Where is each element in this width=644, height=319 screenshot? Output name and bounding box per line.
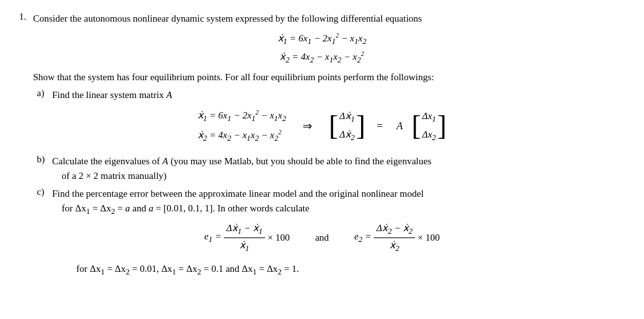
implies-arrow: ⇒ (303, 119, 312, 133)
e2-numerator: Δẋ2 − ẋ2 (374, 222, 415, 238)
lhs-matrix: [ Δẋ1 Δẋ2 ] (329, 109, 365, 145)
rhs-bracket-left: [ (411, 112, 421, 140)
rhs-row2: Δx2 (422, 127, 436, 144)
e1-numerator: Δẋ1 − ẋ1 (224, 222, 265, 238)
main-equations: ẋ1 = 6x1 − 2x12 − x1x2 ẋ2 = 4x2 − x1x2 −… (19, 30, 625, 67)
lin-eq1: ẋ1 = 6x1 − 2x12 − x1x2 (198, 106, 287, 127)
e2-fraction: Δẋ2 − ẋ2 ẋ2 (374, 222, 415, 253)
show-text: Show that the system has four equilibriu… (33, 70, 625, 85)
lhs-bracket-left: [ (329, 112, 338, 140)
part-a: a) Find the linear system matrix A (37, 88, 625, 103)
part-b: b) Calculate the eigenvalues of A (you m… (37, 154, 625, 183)
rhs-bracket-right: ] (437, 112, 447, 140)
matrix-A-label: A (397, 120, 403, 132)
e1-times: × 100 (268, 232, 290, 243)
part-b-label: b) (37, 154, 52, 165)
linearization-block: ẋ1 = 6x1 − 2x12 − x1x2 ẋ2 = 4x2 − x1x2 −… (19, 106, 625, 147)
problem-number: 1. (19, 11, 33, 22)
part-c-label: c) (37, 187, 52, 197)
part-c: c) Find the percentage error between the… (37, 187, 625, 217)
e1-label: e1 = (204, 231, 221, 245)
e2-formula: e2 = Δẋ2 − ẋ2 ẋ2 × 100 (354, 222, 439, 253)
linearization-equations: ẋ1 = 6x1 − 2x12 − x1x2 ẋ2 = 4x2 − x1x2 −… (198, 106, 287, 147)
part-c-text: Find the percentage error between the ap… (52, 187, 625, 217)
problem-container: 1. Consider the autonomous nonlinear dyn… (19, 11, 625, 278)
lin-eq2: ẋ2 = 4x2 − x1x2 − x22 (198, 126, 282, 146)
part-a-label: a) (37, 88, 52, 99)
equals: = (377, 120, 383, 132)
lhs-matrix-content: Δẋ1 Δẋ2 (339, 109, 355, 145)
main-eq2: ẋ2 = 4x2 − x1x2 − x22 (19, 48, 625, 67)
rhs-row1: Δx1 (422, 109, 436, 125)
rhs-matrix-content: Δx1 Δx2 (422, 109, 436, 145)
e1-fraction: Δẋ1 − ẋ1 ẋ1 (224, 222, 265, 253)
rhs-matrix: [ Δx1 Δx2 ] (411, 109, 446, 145)
lhs-bracket-right: ] (356, 112, 366, 140)
problem-intro: Consider the autonomous nonlinear dynami… (33, 11, 625, 26)
part-a-text: Find the linear system matrix A (52, 88, 625, 103)
and-separator: and (315, 232, 329, 243)
e1-denominator: ẋ1 (237, 238, 252, 253)
e1-formula: e1 = Δẋ1 − ẋ1 ẋ1 × 100 (204, 222, 289, 253)
part-b-text: Calculate the eigenvalues of A (you may … (52, 154, 625, 183)
e2-denominator: ẋ2 (387, 238, 402, 253)
e2-times: × 100 (418, 232, 440, 243)
last-line: for Δx1 = Δx2 = 0.01, Δx1 = Δx2 = 0.1 an… (76, 261, 625, 278)
e2-label: e2 = (354, 231, 371, 245)
main-eq1: ẋ1 = 6x1 − 2x12 − x1x2 (19, 30, 625, 49)
error-formulas: e1 = Δẋ1 − ẋ1 ẋ1 × 100 and e2 = Δẋ2 − ẋ2… (19, 222, 625, 253)
problem-header: 1. Consider the autonomous nonlinear dyn… (19, 11, 625, 26)
lhs-row2: Δẋ2 (339, 127, 355, 144)
lhs-row1: Δẋ1 (339, 109, 355, 125)
